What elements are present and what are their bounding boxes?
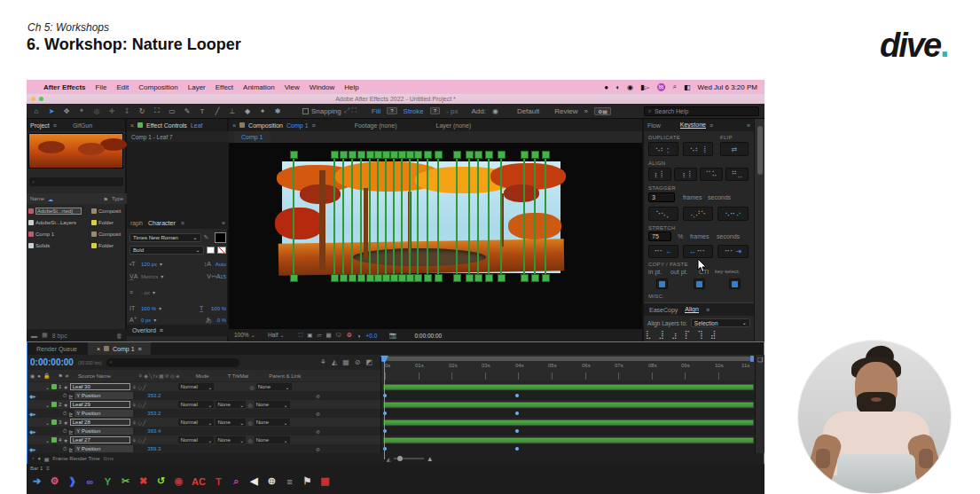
font-style-select[interactable]: Bold⌄ bbox=[129, 246, 204, 255]
leaf-layer-outline[interactable] bbox=[534, 154, 536, 278]
workspace-more[interactable]: » bbox=[584, 107, 587, 115]
snapping-checkbox[interactable] bbox=[302, 108, 309, 114]
leading-value[interactable]: Auto bbox=[216, 262, 226, 267]
close-icon[interactable]: × bbox=[130, 122, 134, 129]
wifi-icon[interactable]: ♒ bbox=[657, 83, 666, 91]
menu-composition[interactable]: Composition bbox=[138, 83, 177, 91]
eyedropper-icon[interactable]: ✎ bbox=[204, 234, 212, 241]
tab-composition[interactable]: Composition bbox=[248, 122, 283, 129]
tab-align[interactable]: Align bbox=[685, 306, 699, 313]
mask-visibility-icon[interactable]: ▣ bbox=[307, 332, 312, 339]
parent-select[interactable]: None⌄ bbox=[255, 436, 290, 443]
duplicate-right-button[interactable]: ⠢⠆⢸ bbox=[683, 142, 713, 156]
new-folder-icon[interactable]: ▦ bbox=[42, 332, 48, 339]
snapping-toggle[interactable]: Snapping ⤢ ⛶ bbox=[302, 106, 357, 115]
in-pt-link[interactable]: in pt. bbox=[648, 269, 662, 275]
zoom-tool-icon[interactable]: ⌖ bbox=[77, 106, 86, 115]
parent-pickwhip-icon[interactable]: ◎ bbox=[247, 402, 252, 408]
more-panels-icon[interactable]: » bbox=[222, 220, 225, 226]
stroke-label[interactable]: Stroke bbox=[404, 107, 424, 115]
stopwatch-icon[interactable]: ⏱ bbox=[63, 446, 67, 452]
project-item-name[interactable]: Comp 1 bbox=[35, 231, 82, 237]
column-source-name[interactable]: Source Name bbox=[78, 373, 111, 379]
project-row[interactable]: Solids Folder bbox=[27, 240, 127, 251]
font-size-value[interactable]: 120 px bbox=[141, 262, 157, 267]
expression-icon[interactable]: ⊘ bbox=[316, 446, 320, 452]
stagger-valley-button[interactable]: ⢄⠜⠑ bbox=[683, 207, 713, 221]
panel-menu-icon[interactable]: ≡ bbox=[53, 122, 57, 129]
region-of-interest-icon[interactable]: ▱ bbox=[317, 332, 321, 339]
tab-overlord[interactable]: Overlord bbox=[132, 327, 156, 333]
leaf-layer-outline[interactable] bbox=[456, 154, 458, 278]
stroke-width[interactable]: - px bbox=[446, 107, 458, 115]
kerning-value[interactable]: Metrics bbox=[141, 274, 158, 279]
grid-guides-icon[interactable]: ⛶ bbox=[299, 332, 303, 339]
brush-tool-icon[interactable]: ╱ bbox=[213, 107, 222, 115]
panel-menu-icon[interactable]: ≡ bbox=[710, 122, 713, 129]
key-select-link[interactable]: key select. bbox=[715, 269, 740, 274]
tab-footage[interactable]: Footage (none) bbox=[355, 122, 397, 129]
expression-icon[interactable]: ⊘ bbox=[316, 393, 320, 399]
stagger-frames-link[interactable]: frames bbox=[683, 194, 702, 200]
stretch-value-field[interactable]: 75 bbox=[648, 231, 671, 241]
keyframe-nav-icon[interactable]: ◆▸ bbox=[29, 393, 36, 399]
parent-select[interactable]: None⌄ bbox=[255, 401, 290, 408]
keyframe-nav-icon[interactable]: ◆▸ bbox=[29, 411, 36, 417]
leaf-layer-outline[interactable] bbox=[342, 154, 344, 278]
kbar-tree-button[interactable]: Y bbox=[103, 476, 113, 487]
layer-name[interactable]: Leaf 28 bbox=[70, 419, 130, 426]
twirl-icon[interactable]: ⌄ bbox=[45, 384, 50, 390]
align-left-button[interactable]: ⣇ bbox=[646, 330, 652, 339]
stretch-right-button[interactable]: ⠒⠂⇥ bbox=[717, 245, 749, 258]
bpc-label[interactable]: 8 bpc bbox=[52, 333, 67, 339]
kbar-loop-button[interactable]: ∞ bbox=[85, 476, 95, 487]
eraser-tool-icon[interactable]: ◆ bbox=[243, 107, 252, 115]
panel-menu-icon[interactable]: ≡ bbox=[181, 220, 184, 226]
parent-pickwhip-icon[interactable]: ◎ bbox=[247, 420, 252, 426]
puppet-tool-icon[interactable]: ✱ bbox=[273, 107, 282, 115]
copy-in-button[interactable] bbox=[656, 278, 668, 289]
record-icon[interactable]: ● bbox=[604, 83, 608, 91]
tab-gifgun[interactable]: GifGun bbox=[73, 122, 92, 129]
stretch-seconds-link[interactable]: seconds bbox=[717, 233, 740, 239]
trkmat-select[interactable]: None⌄ bbox=[216, 436, 246, 443]
kbar-magnifier-button[interactable]: ⌕ bbox=[231, 475, 241, 487]
pen-tool-icon[interactable]: ✎ bbox=[183, 107, 192, 115]
leaf-layer-outline[interactable] bbox=[468, 154, 470, 278]
trkmat-select[interactable]: None⌄ bbox=[216, 419, 246, 426]
align-button-2[interactable]: ⢰⢸ bbox=[674, 168, 697, 181]
kbar-reset-button[interactable]: ↺ bbox=[156, 475, 166, 487]
layer-name[interactable]: Leaf 29 bbox=[70, 401, 130, 408]
project-item-name[interactable]: AdobeSt...Layers bbox=[35, 220, 82, 225]
composition-mini-flowchart-icon[interactable]: ⚘ bbox=[320, 358, 326, 366]
menu-file[interactable]: File bbox=[96, 83, 107, 91]
tab-character[interactable]: Character bbox=[148, 220, 176, 226]
stagger-random-button[interactable]: ⠢⠒⠔ bbox=[717, 207, 749, 221]
workspace-icon[interactable]: ⚙▤ bbox=[594, 107, 611, 115]
leaf-layer-outline[interactable] bbox=[427, 154, 428, 278]
stagger-up-button[interactable]: ⠑⠢⡀ bbox=[648, 207, 678, 221]
align-button-4[interactable]: ⠛⣀ bbox=[725, 168, 749, 181]
twirl-icon[interactable]: ⌄ bbox=[45, 437, 50, 443]
kbar-ac-button[interactable]: AC bbox=[192, 476, 206, 487]
leaf-layer-outline[interactable] bbox=[477, 154, 479, 278]
kbar-delete-button[interactable]: ✖ bbox=[138, 475, 148, 487]
chevron-down-icon[interactable]: ▾ bbox=[153, 289, 155, 295]
graph-editor-icon[interactable]: ◩ bbox=[365, 358, 372, 366]
stroke-swatch[interactable]: ? bbox=[430, 107, 440, 114]
column-type[interactable]: Type bbox=[112, 196, 123, 201]
mode-select[interactable]: Normal⌄ bbox=[178, 419, 214, 426]
text-color-swatch[interactable] bbox=[215, 232, 226, 243]
more-panels-icon[interactable]: » bbox=[747, 122, 750, 129]
menu-effect[interactable]: Effect bbox=[216, 83, 233, 91]
motion-blur-icon[interactable]: ⊘ bbox=[355, 358, 361, 366]
type-tool-icon[interactable]: T bbox=[198, 107, 207, 115]
flip-button[interactable]: ⇄ bbox=[720, 142, 749, 156]
stopwatch-icon[interactable]: ⏱ bbox=[63, 428, 67, 435]
footage-interpret-icon[interactable]: ▬ bbox=[31, 333, 37, 339]
shy-icon[interactable]: ★ bbox=[63, 437, 67, 443]
frame-blending-icon[interactable]: ▦ bbox=[342, 358, 349, 366]
expression-icon[interactable]: ⊘ bbox=[316, 428, 320, 435]
layer-name[interactable]: Leaf 27 bbox=[70, 436, 130, 443]
workspace-default[interactable]: Default bbox=[517, 107, 539, 115]
